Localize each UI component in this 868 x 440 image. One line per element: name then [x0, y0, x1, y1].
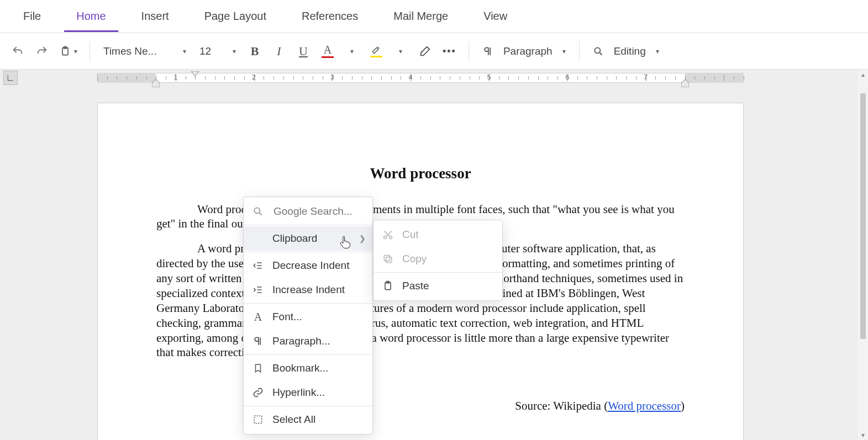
paragraph-button[interactable]: Paragraph ▾ — [477, 40, 571, 62]
menu-google-search[interactable] — [244, 199, 372, 224]
menu-separator — [244, 252, 372, 252]
chevron-right-icon: ❯ — [359, 234, 366, 243]
search-icon — [593, 46, 604, 57]
highlight-dropdown[interactable]: ▾ — [390, 40, 412, 62]
svg-point-2 — [595, 47, 600, 53]
tab-home[interactable]: Home — [64, 1, 118, 32]
font-color-button[interactable]: A — [317, 40, 339, 62]
search-input[interactable] — [272, 205, 361, 218]
document-title: Word processor — [156, 164, 685, 183]
bold-button[interactable]: B — [244, 40, 266, 62]
editing-button[interactable]: Editing ▾ — [587, 40, 665, 62]
submenu-cut[interactable]: Cut — [373, 222, 502, 247]
paragraph-label: Paragraph — [503, 45, 553, 57]
eraser-icon — [419, 45, 431, 57]
menu-label: Decrease Indent — [272, 259, 349, 272]
redo-icon — [36, 45, 48, 57]
tab-file[interactable]: File — [11, 1, 53, 32]
tab-references[interactable]: References — [290, 1, 370, 32]
svg-marker-4 — [152, 79, 160, 87]
submenu-paste[interactable]: Paste — [373, 274, 502, 298]
highlight-color-swatch — [370, 56, 382, 57]
context-menu: Clipboard ❯ Decrease Indent Increase Ind… — [243, 197, 373, 434]
submenu-copy[interactable]: Copy — [373, 247, 502, 271]
toolbar-separator — [90, 41, 90, 61]
menu-select-all[interactable]: Select All — [244, 407, 372, 432]
menu-bookmark[interactable]: Bookmark... — [244, 356, 372, 380]
menu-label: Paragraph... — [272, 335, 330, 347]
font-size-select[interactable]: 12 ▾ — [194, 40, 241, 62]
vertical-scrollbar[interactable]: ▲ ▼ — [858, 70, 868, 440]
link-icon — [251, 387, 265, 398]
menu-separator — [373, 272, 502, 273]
toolbar-separator — [579, 41, 580, 61]
tab-insert[interactable]: Insert — [129, 1, 181, 32]
pilcrow-icon — [482, 45, 493, 57]
svg-rect-7 — [254, 416, 262, 423]
clipboard-submenu: Cut Copy Paste — [373, 220, 503, 301]
menu-clipboard[interactable]: Clipboard ❯ — [244, 226, 372, 251]
select-all-icon — [251, 415, 265, 425]
tab-mail-merge[interactable]: Mail Merge — [381, 1, 460, 32]
svg-point-6 — [254, 208, 260, 213]
menu-font[interactable]: A Font... — [244, 305, 372, 329]
menu-increase-indent[interactable]: Increase Indent — [244, 278, 372, 302]
menu-label: Paste — [402, 280, 429, 292]
chevron-down-icon: ▾ — [656, 47, 659, 55]
highlighter-icon — [371, 45, 382, 55]
chevron-down-icon: ▾ — [74, 47, 77, 55]
font-name-select[interactable]: Times Ne... ▾ — [98, 40, 192, 62]
ruler-indent-marker[interactable] — [191, 71, 199, 79]
search-icon — [251, 206, 265, 217]
paste-split-button[interactable]: ▾ — [55, 40, 82, 62]
highlight-button[interactable] — [365, 40, 387, 62]
menu-separator — [244, 406, 372, 406]
clipboard-icon — [60, 45, 71, 57]
svg-rect-11 — [384, 255, 390, 261]
toolbar-separator — [469, 41, 469, 61]
scroll-down-arrow[interactable]: ▼ — [858, 430, 868, 440]
menu-separator — [244, 225, 372, 225]
menu-label: Clipboard — [272, 232, 317, 245]
font-size-value: 12 — [199, 45, 211, 57]
ruler-indent-marker[interactable] — [152, 79, 160, 87]
underline-button[interactable]: U — [292, 40, 314, 62]
menu-label: Cut — [402, 229, 419, 241]
chevron-down-icon: ▾ — [233, 47, 236, 55]
source-link[interactable]: Word processor — [608, 399, 681, 412]
undo-icon — [12, 45, 24, 57]
scroll-thumb[interactable] — [860, 93, 866, 339]
menu-paragraph[interactable]: Paragraph... — [244, 329, 372, 353]
redo-button[interactable] — [31, 40, 53, 62]
bookmark-icon — [251, 363, 265, 374]
font-icon: A — [251, 311, 265, 324]
chevron-down-icon: ▾ — [350, 47, 354, 55]
menu-separator — [244, 354, 372, 355]
font-name-value: Times Ne... — [103, 45, 156, 57]
menu-decrease-indent[interactable]: Decrease Indent — [244, 253, 372, 278]
more-button[interactable]: ••• — [438, 40, 461, 62]
font-color-dropdown[interactable]: ▾ — [341, 40, 363, 62]
svg-point-9 — [390, 236, 392, 239]
menu-hyperlink[interactable]: Hyperlink... — [244, 380, 372, 405]
eraser-button[interactable] — [414, 40, 436, 62]
copy-icon — [381, 253, 394, 264]
svg-rect-10 — [386, 257, 392, 263]
document-source: Source: Wikipedia (Word processor) — [156, 399, 685, 414]
chevron-down-icon: ▾ — [562, 47, 566, 55]
pilcrow-icon — [251, 335, 265, 347]
chevron-down-icon: ▾ — [183, 47, 186, 55]
menu-label: Select All — [272, 414, 315, 426]
italic-button[interactable]: I — [268, 40, 290, 62]
svg-marker-3 — [191, 71, 199, 76]
menu-tabs: File Home Insert Page Layout References … — [0, 0, 868, 33]
toolbar: ▾ Times Ne... ▾ 12 ▾ B I U A ▾ ▾ ••• Par… — [0, 33, 868, 70]
tab-page-layout[interactable]: Page Layout — [192, 1, 278, 32]
undo-button[interactable] — [7, 40, 29, 62]
paste-icon — [381, 280, 394, 292]
decrease-indent-icon — [251, 260, 265, 271]
menu-label: Font... — [272, 311, 302, 323]
scroll-up-arrow[interactable]: ▲ — [858, 70, 868, 79]
tab-view[interactable]: View — [471, 1, 519, 32]
ruler-indent-marker[interactable] — [681, 79, 689, 87]
